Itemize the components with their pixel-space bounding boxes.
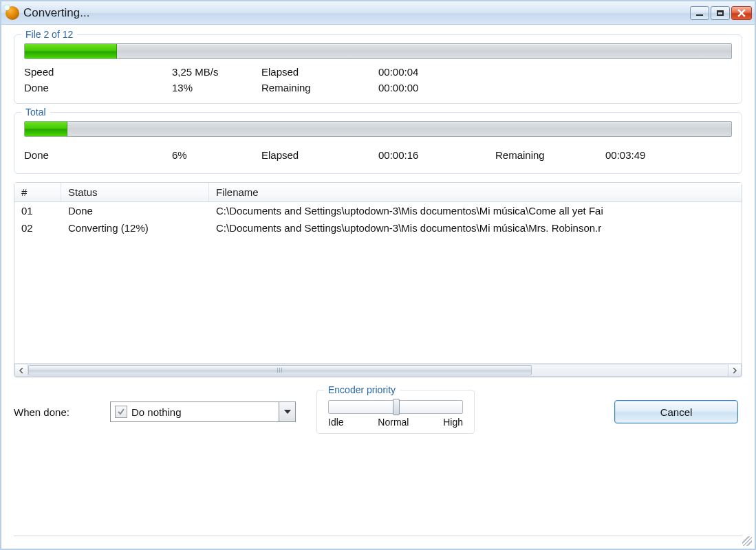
col-header-filename[interactable]: Filename bbox=[209, 183, 742, 201]
col-header-status[interactable]: Status bbox=[61, 183, 209, 201]
list-body[interactable]: 01 Done C:\Documents and Settings\uptodo… bbox=[14, 202, 742, 363]
scroll-left-button[interactable] bbox=[14, 364, 28, 377]
maximize-icon bbox=[717, 10, 724, 16]
encoder-priority-group: Encoder priority Idle Normal High bbox=[316, 390, 475, 434]
row-status: Done bbox=[61, 203, 209, 219]
slider-thumb[interactable] bbox=[393, 399, 400, 415]
speed-value: 3,25 MB/s bbox=[172, 66, 261, 78]
total-elapsed-value: 00:00:16 bbox=[378, 149, 495, 161]
window-title: Converting... bbox=[23, 6, 690, 20]
file-list: # Status Filename 01 Done C:\Documents a… bbox=[14, 182, 742, 377]
scroll-right-button[interactable] bbox=[728, 364, 742, 377]
file-progress-fill bbox=[25, 44, 117, 58]
speed-label: Speed bbox=[24, 66, 172, 78]
maximize-button[interactable] bbox=[711, 6, 730, 20]
done-value: 13% bbox=[172, 82, 261, 94]
row-num: 02 bbox=[14, 220, 61, 236]
total-done-value: 6% bbox=[172, 149, 261, 161]
total-done-label: Done bbox=[24, 149, 172, 161]
remaining-label: Remaining bbox=[261, 82, 378, 94]
table-row[interactable]: 01 Done C:\Documents and Settings\uptodo… bbox=[14, 202, 742, 219]
row-status: Converting (12%) bbox=[61, 220, 209, 236]
row-filename: C:\Documents and Settings\uptodown-3\Mis… bbox=[209, 203, 742, 219]
titlebar[interactable]: Converting... bbox=[1, 1, 755, 25]
footer-row: When done: Do nothing Encoder priority I… bbox=[14, 390, 742, 434]
list-header: # Status Filename bbox=[14, 183, 742, 202]
priority-idle-label: Idle bbox=[328, 417, 344, 428]
file-progress-bar bbox=[24, 43, 732, 59]
chevron-right-icon bbox=[732, 368, 737, 373]
combo-drop-button[interactable] bbox=[279, 402, 295, 421]
cancel-button[interactable]: Cancel bbox=[614, 400, 738, 424]
scroll-track[interactable] bbox=[28, 364, 728, 377]
scroll-thumb[interactable] bbox=[28, 365, 532, 375]
col-header-number[interactable]: # bbox=[14, 183, 61, 201]
table-row[interactable]: 02 Converting (12%) C:\Documents and Set… bbox=[14, 219, 742, 236]
total-group: Total Done 6% Elapsed 00:00:16 Remaining… bbox=[14, 112, 742, 174]
app-icon bbox=[6, 6, 19, 20]
remaining-value: 00:00:00 bbox=[378, 82, 732, 94]
when-done-label: When done: bbox=[14, 406, 110, 418]
converting-dialog: Converting... File 2 of 12 Speed 3,25 MB… bbox=[0, 0, 756, 550]
separator bbox=[14, 536, 742, 536]
close-icon bbox=[737, 9, 746, 17]
total-progress-bar bbox=[24, 121, 732, 137]
elapsed-label: Elapsed bbox=[261, 66, 378, 78]
total-remaining-label: Remaining bbox=[495, 149, 605, 161]
when-done-value: Do nothing bbox=[131, 406, 279, 418]
total-elapsed-label: Elapsed bbox=[261, 149, 378, 161]
current-file-group: File 2 of 12 Speed 3,25 MB/s Elapsed 00:… bbox=[14, 34, 742, 104]
done-label: Done bbox=[24, 82, 172, 94]
priority-normal-label: Normal bbox=[378, 417, 409, 428]
check-icon bbox=[117, 408, 125, 416]
resize-grip[interactable] bbox=[742, 536, 752, 546]
close-button[interactable] bbox=[731, 6, 752, 20]
priority-high-label: High bbox=[443, 417, 463, 428]
elapsed-value: 00:00:04 bbox=[378, 66, 732, 78]
when-done-checkbox[interactable] bbox=[115, 406, 127, 418]
total-legend: Total bbox=[21, 107, 50, 118]
row-num: 01 bbox=[14, 203, 61, 219]
horizontal-scrollbar[interactable] bbox=[14, 363, 742, 377]
chevron-left-icon bbox=[19, 368, 24, 373]
priority-legend: Encoder priority bbox=[324, 384, 400, 395]
minimize-icon bbox=[696, 14, 703, 16]
when-done-combo[interactable]: Do nothing bbox=[110, 402, 296, 422]
minimize-button[interactable] bbox=[690, 6, 709, 20]
priority-slider[interactable] bbox=[328, 400, 463, 414]
chevron-down-icon bbox=[284, 410, 291, 414]
row-filename: C:\Documents and Settings\uptodown-3\Mis… bbox=[209, 220, 742, 236]
total-progress-fill bbox=[25, 122, 67, 136]
current-file-legend: File 2 of 12 bbox=[21, 29, 77, 40]
total-remaining-value: 00:03:49 bbox=[605, 149, 732, 161]
